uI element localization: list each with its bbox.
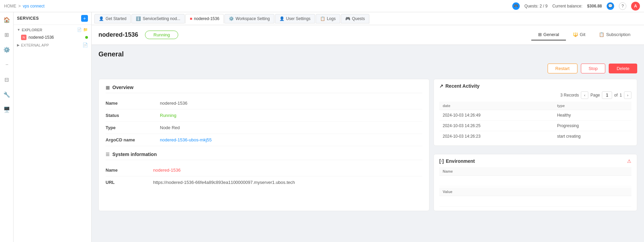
sidebar-service-name: nodered-1536 [29, 35, 54, 40]
page-number-input[interactable] [602, 91, 612, 99]
info-value-name: nodered-1536 [160, 101, 187, 106]
activity-row-3: 2024-10-03 14:26:23 start creating [439, 131, 631, 142]
tab-icon-get-started: 👤 [99, 16, 104, 21]
service-title: nodered-1536 [98, 31, 138, 38]
env-value-val [439, 196, 631, 207]
sidebar-external-header[interactable]: ▶ EXTERNAL APP 📄 [14, 41, 91, 49]
tab-label-workspace: Workspace Setting [236, 16, 270, 21]
nav-general-label: General [544, 32, 559, 37]
activity-date-1: 2024-10-03 14:26:49 [439, 110, 554, 121]
content-area: 👤 Get Started ℹ️ ServiceSetting nod... ■… [92, 12, 644, 242]
breadcrumb-separator: > [18, 4, 21, 8]
sys-row-name: Name nodered-1536 [106, 164, 422, 176]
home-rail-icon[interactable]: 🏠 [2, 15, 12, 24]
chevron-down-icon: ▼ [17, 28, 20, 32]
gear2-rail-icon[interactable]: 🔧 [2, 90, 12, 99]
sidebar-external-label: ▶ EXTERNAL APP [17, 43, 49, 47]
topbar-right: 🎮 Quests: 2 / 9 Current balance: $306.88… [512, 2, 640, 11]
page-label: Page [590, 93, 600, 98]
tab-icon-workspace: ⚙️ [229, 16, 234, 21]
action-row: Restart Stop Delete [98, 64, 637, 73]
tab-label-nodered: nodered-1536 [194, 16, 219, 21]
info-label-name: Name [106, 101, 160, 106]
tab-quests[interactable]: 🎮 Quests [341, 14, 369, 23]
activity-col-type: type [554, 102, 631, 110]
settings-rail-icon[interactable]: ⚙️ [2, 45, 12, 54]
info-row-argocd: ArgoCD name nodered-1536-ubos-mkj55 [106, 134, 422, 146]
prev-page-button[interactable]: ‹ [581, 91, 588, 99]
info-row-type: Type Node Red [106, 122, 422, 134]
next-page-button[interactable]: › [624, 91, 631, 99]
explorer-label: EXPLORER [22, 28, 42, 32]
overview-header: ▦ Overview [106, 85, 422, 93]
env-header-left: [·] Environment [439, 158, 475, 164]
status-dot [85, 36, 88, 39]
activity-date-3: 2024-10-03 14:26:23 [439, 131, 554, 142]
home-label: HOME [4, 4, 16, 8]
new-folder-icon[interactable]: 📁 [83, 28, 88, 32]
activity-card: ↗ Recent Activity 3 Records ‹ Page of 1 … [434, 79, 637, 146]
avatar[interactable]: A [631, 2, 640, 11]
main-layout: 🏠 ⊞ ⚙️ ··· ⊟ 🔧 🖥️ SERVICES + ▼ EXPLORER … [0, 12, 644, 242]
stop-button[interactable]: Stop [581, 64, 606, 73]
new-file-icon[interactable]: 📄 [77, 28, 82, 32]
activity-date-2: 2024-10-03 14:26:25 [439, 121, 554, 131]
right-col: ↗ Recent Activity 3 Records ‹ Page of 1 … [434, 79, 637, 211]
nav-subscription-icon: 📋 [599, 32, 604, 37]
nav-general[interactable]: ⊞ General [531, 29, 566, 40]
activity-type-3: start creating [554, 131, 631, 142]
grid-rail-icon[interactable]: ⊞ [2, 30, 12, 39]
tab-icon-user: 👤 [279, 16, 284, 21]
chevron-right-icon: ▶ [17, 43, 20, 47]
activity-label: Recent Activity [445, 83, 480, 89]
tab-logs[interactable]: 📋 Logs [316, 14, 340, 23]
env-table: Name [439, 167, 631, 186]
sidebar-item-left: N nodered-1536 [21, 35, 54, 40]
activity-row-2: 2024-10-03 14:26:25 Progressing [439, 121, 631, 131]
help-icon[interactable]: ? [619, 2, 626, 10]
nav-git-icon: 🔱 [573, 32, 578, 37]
env-col-value: Value [439, 188, 631, 196]
tab-user-settings[interactable]: 👤 User Settings [275, 14, 315, 23]
env-label: Environment [446, 158, 475, 164]
service-header: nodered-1536 Running ⊞ General 🔱 Git 📋 S… [92, 25, 644, 45]
env-header: [·] Environment ⚠ [439, 158, 631, 164]
info-value-type: Node Red [160, 125, 180, 130]
apps-rail-icon[interactable]: ⊟ [2, 75, 12, 84]
sys-label-url: URL [106, 180, 153, 185]
env-value-name [439, 176, 631, 186]
sidebar-item-nodered[interactable]: N nodered-1536 [14, 33, 91, 41]
nav-git[interactable]: 🔱 Git [566, 29, 592, 40]
activity-type-2: Progressing [554, 121, 631, 131]
service-nav: ⊞ General 🔱 Git 📋 Subscription [531, 29, 637, 40]
sidebar-explorer-header[interactable]: ▼ EXPLORER 📄 📁 [14, 26, 91, 33]
monitor-rail-icon[interactable]: 🖥️ [2, 105, 12, 114]
tab-get-started[interactable]: 👤 Get Started [94, 14, 131, 23]
sys-label-name: Name [106, 168, 153, 173]
general-title-row: General [98, 50, 637, 59]
tab-nodered[interactable]: ■ nodered-1536 [185, 14, 224, 23]
sys-value-url: https://nodered-1536-66fe4a89c893ea11000… [153, 180, 295, 185]
tab-icon-quests: 🎮 [345, 16, 350, 21]
activity-table: date type 2024-10-03 14:26:49 Healthy [439, 102, 631, 141]
delete-button[interactable]: Delete [609, 64, 637, 73]
activity-col-date: date [439, 102, 554, 110]
overview-card: ▦ Overview Name nodered-1536 Status Runn… [98, 79, 429, 211]
chat-icon[interactable]: 💬 [607, 2, 614, 10]
tab-workspace[interactable]: ⚙️ Workspace Setting [224, 14, 274, 23]
breadcrumb-link[interactable]: vps connect [23, 4, 44, 8]
sidebar-add-button[interactable]: + [81, 15, 88, 22]
status-badge: Running [145, 31, 178, 39]
tab-icon-service-setting: ℹ️ [136, 16, 141, 21]
external-label: EXTERNAL APP [21, 43, 49, 47]
more-rail-icon[interactable]: ··· [2, 60, 12, 69]
info-row-name: Name nodered-1536 [106, 97, 422, 109]
nav-subscription[interactable]: 📋 Subscription [592, 29, 637, 40]
activity-pagination: 3 Records ‹ Page of 1 › [439, 91, 631, 99]
env-value-table: Value [439, 188, 631, 207]
general-area: General Restart Stop Delete ▦ Overview [92, 45, 644, 217]
external-new-icon[interactable]: 📄 [82, 42, 88, 48]
tab-service-setting[interactable]: ℹ️ ServiceSetting nod... [131, 14, 185, 23]
restart-button[interactable]: Restart [548, 64, 577, 73]
tab-label-get-started: Get Started [106, 16, 126, 21]
